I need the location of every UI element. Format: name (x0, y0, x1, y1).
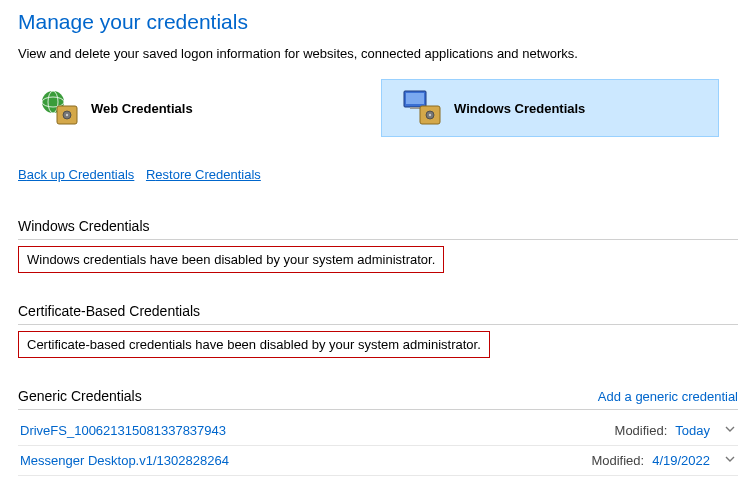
section-header-windows: Windows Credentials (18, 218, 738, 240)
svg-rect-8 (410, 107, 420, 109)
svg-point-11 (429, 114, 431, 116)
credential-meta: Modified: 4/19/2022 (591, 453, 736, 468)
chevron-down-icon[interactable] (724, 423, 736, 438)
add-generic-credential-link[interactable]: Add a generic credential (598, 389, 738, 404)
credential-modified-label: Modified: (591, 453, 644, 468)
page-description: View and delete your saved logon informa… (18, 46, 738, 61)
svg-point-5 (66, 114, 68, 116)
credential-name: DriveFS_100621315081337837943 (20, 423, 226, 438)
windows-credentials-disabled-msg: Windows credentials have been disabled b… (18, 246, 444, 273)
web-vault-icon (31, 88, 81, 128)
restore-credentials-link[interactable]: Restore Credentials (146, 167, 261, 182)
credential-name: Messenger Desktop.v1/1302828264 (20, 453, 229, 468)
tab-windows-label: Windows Credentials (454, 101, 585, 116)
tab-web-label: Web Credentials (91, 101, 193, 116)
section-header-cert-label: Certificate-Based Credentials (18, 303, 200, 319)
section-header-generic: Generic Credentials Add a generic creden… (18, 388, 738, 410)
credential-row[interactable]: DriveFS_100621315081337837943 Modified: … (18, 416, 738, 446)
svg-rect-7 (406, 93, 424, 104)
cert-credentials-disabled-msg: Certificate-based credentials have been … (18, 331, 490, 358)
windows-vault-icon (394, 88, 444, 128)
page-title: Manage your credentials (18, 10, 738, 34)
tab-windows-credentials[interactable]: Windows Credentials (381, 79, 719, 137)
credential-tabs: Web Credentials Windows Credentials (18, 79, 738, 137)
chevron-down-icon[interactable] (724, 453, 736, 468)
backup-credentials-link[interactable]: Back up Credentials (18, 167, 134, 182)
credential-row[interactable]: Messenger Desktop.v1/1302828264 Modified… (18, 446, 738, 476)
credential-modified-value: 4/19/2022 (652, 453, 710, 468)
credential-links: Back up Credentials Restore Credentials (18, 167, 738, 182)
credential-modified-label: Modified: (615, 423, 668, 438)
section-header-generic-label: Generic Credentials (18, 388, 142, 404)
section-header-windows-label: Windows Credentials (18, 218, 150, 234)
credential-modified-value: Today (675, 423, 710, 438)
section-header-cert: Certificate-Based Credentials (18, 303, 738, 325)
tab-web-credentials[interactable]: Web Credentials (18, 79, 356, 137)
credential-meta: Modified: Today (615, 423, 736, 438)
